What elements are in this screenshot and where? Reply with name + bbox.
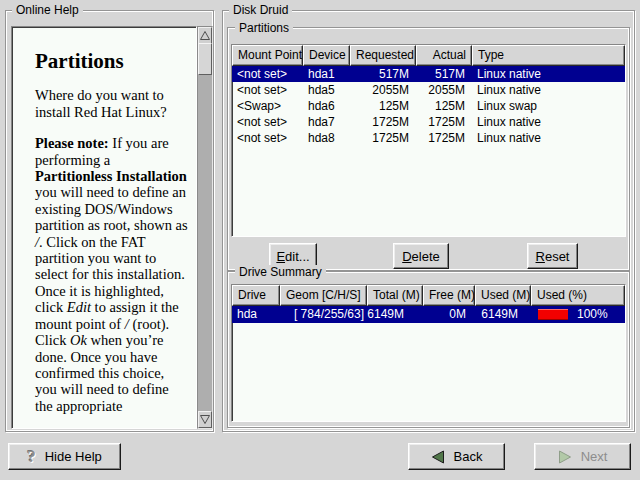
- cell-device: hda5: [303, 82, 350, 98]
- cell-actual: 1725M: [416, 130, 472, 146]
- cell-requested: 1725M: [350, 130, 416, 146]
- partition-row[interactable]: <not set>hda81725M1725MLinux native: [232, 130, 625, 146]
- cell-type: Linux native: [472, 114, 625, 130]
- hide-help-button[interactable]: ? Hide Help: [8, 443, 121, 470]
- column-header-actual[interactable]: Actual: [416, 45, 472, 66]
- cell-used-m: 6149M: [475, 306, 531, 323]
- drive-summary-row[interactable]: hda[ 784/255/63]6149M0M6149M100%: [232, 306, 625, 323]
- next-arrow-icon: [558, 450, 572, 464]
- partitions-frame-label: Partitions: [235, 21, 293, 35]
- cell-actual: 2055M: [416, 82, 472, 98]
- column-header-free[interactable]: Free (M): [423, 285, 475, 306]
- cell-device: hda1: [303, 66, 350, 82]
- scroll-up-button[interactable]: [198, 27, 212, 44]
- partition-row[interactable]: <not set>hda52055M2055MLinux native: [232, 82, 625, 98]
- cell-mount-point: <not set>: [232, 66, 303, 82]
- column-header-total[interactable]: Total (M): [367, 285, 423, 306]
- cell-mount-point: <not set>: [232, 114, 303, 130]
- cell-requested: 517M: [350, 66, 416, 82]
- partition-row[interactable]: <not set>hda1517M517MLinux native: [232, 66, 625, 82]
- column-header-mount-point[interactable]: Mount Point: [232, 45, 303, 66]
- column-header-used-m[interactable]: Used (M): [475, 285, 531, 306]
- down-arrow-icon: [200, 415, 210, 424]
- partitions-table-header: Mount Point Device Requested Actual Type: [232, 45, 625, 66]
- cell-requested: 2055M: [350, 82, 416, 98]
- cell-type: Linux swap: [472, 98, 625, 114]
- cell-actual: 125M: [416, 98, 472, 114]
- help-title: Partitions: [35, 53, 188, 69]
- column-header-requested[interactable]: Requested: [350, 45, 416, 66]
- drive-summary-table-header: Drive Geom [C/H/S] Total (M) Free (M) Us…: [232, 285, 625, 306]
- cell-geom: [ 784/255/63]: [280, 306, 367, 323]
- column-header-used-pct[interactable]: Used (%): [531, 285, 625, 306]
- cell-type: Linux native: [472, 130, 625, 146]
- column-header-type[interactable]: Type: [472, 45, 625, 66]
- help-scrollbar[interactable]: [197, 26, 213, 429]
- cell-free: 0M: [423, 306, 475, 323]
- column-header-device[interactable]: Device: [303, 45, 350, 66]
- up-arrow-icon: [200, 31, 210, 40]
- usage-percent-label: 100%: [577, 306, 608, 323]
- back-arrow-icon: [431, 450, 445, 464]
- cell-device: hda6: [303, 98, 350, 114]
- question-mark-icon: ?: [27, 448, 36, 465]
- disk-druid-frame-label: Disk Druid: [229, 3, 292, 17]
- cell-type: Linux native: [472, 66, 625, 82]
- cell-drive: hda: [232, 306, 280, 323]
- column-header-drive[interactable]: Drive: [232, 285, 280, 306]
- help-paragraph-2: Please note: If you are performing a Par…: [35, 135, 188, 414]
- partition-row[interactable]: <not set>hda71725M1725MLinux native: [232, 114, 625, 130]
- partition-row[interactable]: <Swap>hda6125M125MLinux swap: [232, 98, 625, 114]
- installer-window: Online Help Partitions Where do you want…: [0, 0, 640, 480]
- cell-type: Linux native: [472, 82, 625, 98]
- column-header-geom[interactable]: Geom [C/H/S]: [280, 285, 367, 306]
- cell-total: 6149M: [367, 306, 423, 323]
- online-help-frame-label: Online Help: [12, 3, 83, 17]
- reset-button[interactable]: Reset: [527, 243, 578, 269]
- cell-device: hda8: [303, 130, 350, 146]
- cell-mount-point: <Swap>: [232, 98, 303, 114]
- cell-actual: 1725M: [416, 114, 472, 130]
- cell-mount-point: <not set>: [232, 82, 303, 98]
- cell-requested: 125M: [350, 98, 416, 114]
- cell-actual: 517M: [416, 66, 472, 82]
- cell-used-pct: 100%: [531, 306, 625, 323]
- cell-requested: 1725M: [350, 114, 416, 130]
- cell-device: hda7: [303, 114, 350, 130]
- drive-summary-table: Drive Geom [C/H/S] Total (M) Free (M) Us…: [231, 284, 626, 422]
- next-button[interactable]: Next: [534, 443, 631, 470]
- scrollbar-thumb[interactable]: [198, 43, 212, 75]
- help-content: Partitions Where do you want to install …: [12, 27, 196, 414]
- help-paragraph-1: Where do you want to install Red Hat Lin…: [35, 87, 188, 120]
- drive-summary-table-body: hda[ 784/255/63]6149M0M6149M100%: [232, 306, 625, 421]
- usage-bar: [538, 309, 568, 320]
- back-button[interactable]: Back: [408, 443, 505, 470]
- drive-summary-frame-label: Drive Summary: [235, 265, 326, 279]
- partitions-table: Mount Point Device Requested Actual Type…: [231, 44, 626, 237]
- help-viewer: Partitions Where do you want to install …: [11, 26, 197, 429]
- delete-button[interactable]: Delete: [393, 243, 449, 269]
- partitions-table-body: <not set>hda1517M517MLinux native<not se…: [232, 66, 625, 236]
- cell-mount-point: <not set>: [232, 130, 303, 146]
- scroll-down-button[interactable]: [198, 411, 212, 428]
